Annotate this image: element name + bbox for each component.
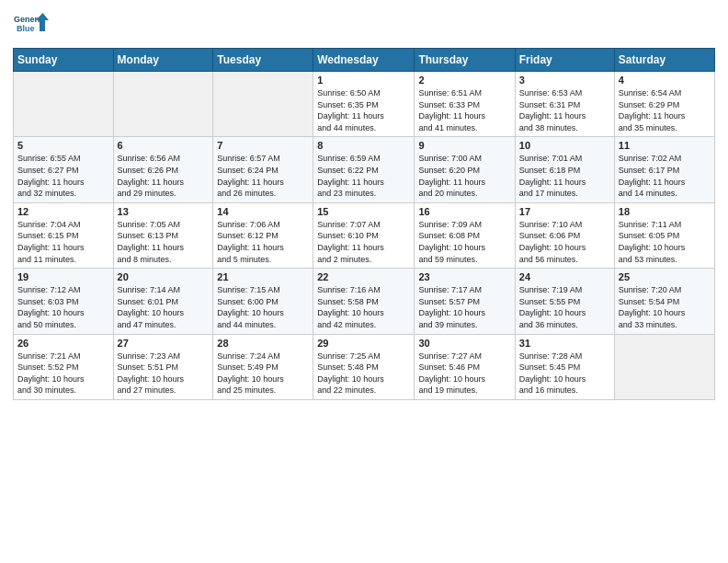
day-info: Sunrise: 7:14 AM Sunset: 6:01 PM Dayligh…: [118, 284, 210, 330]
day-info: Sunrise: 6:59 AM Sunset: 6:22 PM Dayligh…: [317, 153, 410, 199]
header-wednesday: Wednesday: [313, 49, 415, 72]
day-info: Sunrise: 6:50 AM Sunset: 6:35 PM Dayligh…: [317, 87, 410, 133]
day-number: 14: [217, 206, 309, 217]
day-cell: 15Sunrise: 7:07 AM Sunset: 6:10 PM Dayli…: [313, 202, 415, 268]
day-number: 29: [317, 338, 410, 349]
day-cell: 2Sunrise: 6:51 AM Sunset: 6:33 PM Daylig…: [415, 72, 515, 137]
day-cell: 16Sunrise: 7:09 AM Sunset: 6:08 PM Dayli…: [415, 202, 515, 268]
day-cell: [113, 72, 213, 137]
day-info: Sunrise: 6:53 AM Sunset: 6:31 PM Dayligh…: [519, 87, 610, 133]
day-cell: 13Sunrise: 7:05 AM Sunset: 6:13 PM Dayli…: [113, 202, 213, 268]
day-cell: 7Sunrise: 6:57 AM Sunset: 6:24 PM Daylig…: [213, 137, 313, 202]
day-cell: 18Sunrise: 7:11 AM Sunset: 6:05 PM Dayli…: [614, 202, 714, 268]
day-info: Sunrise: 7:00 AM Sunset: 6:20 PM Dayligh…: [418, 153, 510, 199]
day-cell: 31Sunrise: 7:28 AM Sunset: 5:45 PM Dayli…: [515, 334, 614, 399]
day-cell: 4Sunrise: 6:54 AM Sunset: 6:29 PM Daylig…: [614, 72, 714, 137]
day-number: 28: [217, 338, 309, 349]
day-info: Sunrise: 7:10 AM Sunset: 6:06 PM Dayligh…: [519, 219, 610, 265]
header-thursday: Thursday: [415, 49, 515, 72]
day-cell: 26Sunrise: 7:21 AM Sunset: 5:52 PM Dayli…: [14, 334, 114, 399]
header-saturday: Saturday: [614, 49, 714, 72]
header-monday: Monday: [113, 49, 213, 72]
day-number: 9: [418, 140, 510, 151]
header-sunday: Sunday: [14, 49, 114, 72]
day-number: 18: [619, 206, 711, 217]
day-cell: 10Sunrise: 7:01 AM Sunset: 6:18 PM Dayli…: [515, 137, 614, 202]
day-cell: 3Sunrise: 6:53 AM Sunset: 6:31 PM Daylig…: [515, 72, 614, 137]
day-info: Sunrise: 7:11 AM Sunset: 6:05 PM Dayligh…: [619, 219, 711, 265]
logo-svg: General Blue: [13, 9, 50, 42]
day-cell: 27Sunrise: 7:23 AM Sunset: 5:51 PM Dayli…: [113, 334, 213, 399]
svg-text:Blue: Blue: [17, 24, 35, 33]
day-number: 16: [418, 206, 510, 217]
header-row: General Blue: [13, 9, 715, 42]
day-number: 20: [118, 271, 210, 282]
day-info: Sunrise: 7:12 AM Sunset: 6:03 PM Dayligh…: [17, 284, 109, 330]
calendar-table: SundayMondayTuesdayWednesdayThursdayFrid…: [13, 48, 715, 400]
day-cell: [14, 72, 114, 137]
day-cell: 9Sunrise: 7:00 AM Sunset: 6:20 PM Daylig…: [415, 137, 515, 202]
day-number: 27: [118, 338, 210, 349]
day-info: Sunrise: 7:25 AM Sunset: 5:48 PM Dayligh…: [317, 350, 410, 396]
day-number: 12: [17, 206, 109, 217]
day-info: Sunrise: 7:19 AM Sunset: 5:55 PM Dayligh…: [519, 284, 610, 330]
day-cell: 14Sunrise: 7:06 AM Sunset: 6:12 PM Dayli…: [213, 202, 313, 268]
day-number: 22: [317, 271, 410, 282]
day-number: 24: [519, 271, 610, 282]
day-cell: 8Sunrise: 6:59 AM Sunset: 6:22 PM Daylig…: [313, 137, 415, 202]
day-number: 19: [17, 271, 109, 282]
day-number: 1: [317, 75, 410, 86]
day-info: Sunrise: 7:24 AM Sunset: 5:49 PM Dayligh…: [217, 350, 309, 396]
day-info: Sunrise: 7:06 AM Sunset: 6:12 PM Dayligh…: [217, 219, 309, 265]
header-tuesday: Tuesday: [213, 49, 313, 72]
week-row-2: 12Sunrise: 7:04 AM Sunset: 6:15 PM Dayli…: [14, 202, 715, 268]
page-container: General Blue SundayMondayTuesdayWednesda…: [0, 0, 728, 408]
day-cell: 19Sunrise: 7:12 AM Sunset: 6:03 PM Dayli…: [14, 269, 114, 334]
day-number: 11: [619, 140, 711, 151]
day-number: 6: [118, 140, 210, 151]
day-number: 26: [17, 338, 109, 349]
day-cell: 6Sunrise: 6:56 AM Sunset: 6:26 PM Daylig…: [113, 137, 213, 202]
day-info: Sunrise: 7:23 AM Sunset: 5:51 PM Dayligh…: [118, 350, 210, 396]
day-info: Sunrise: 7:04 AM Sunset: 6:15 PM Dayligh…: [17, 219, 109, 265]
day-info: Sunrise: 7:07 AM Sunset: 6:10 PM Dayligh…: [317, 219, 410, 265]
day-number: 8: [317, 140, 410, 151]
header-row-days: SundayMondayTuesdayWednesdayThursdayFrid…: [14, 49, 715, 72]
day-number: 15: [317, 206, 410, 217]
day-info: Sunrise: 7:28 AM Sunset: 5:45 PM Dayligh…: [519, 350, 610, 396]
day-number: 13: [118, 206, 210, 217]
day-number: 4: [619, 75, 711, 86]
day-cell: 11Sunrise: 7:02 AM Sunset: 6:17 PM Dayli…: [614, 137, 714, 202]
day-info: Sunrise: 7:02 AM Sunset: 6:17 PM Dayligh…: [619, 153, 711, 199]
week-row-4: 26Sunrise: 7:21 AM Sunset: 5:52 PM Dayli…: [14, 334, 715, 399]
day-cell: 24Sunrise: 7:19 AM Sunset: 5:55 PM Dayli…: [515, 269, 614, 334]
day-info: Sunrise: 6:55 AM Sunset: 6:27 PM Dayligh…: [17, 153, 109, 199]
day-info: Sunrise: 7:15 AM Sunset: 6:00 PM Dayligh…: [217, 284, 309, 330]
day-cell: [213, 72, 313, 137]
day-info: Sunrise: 6:57 AM Sunset: 6:24 PM Dayligh…: [217, 153, 309, 199]
day-info: Sunrise: 7:17 AM Sunset: 5:57 PM Dayligh…: [418, 284, 510, 330]
day-number: 10: [519, 140, 610, 151]
day-number: 17: [519, 206, 610, 217]
day-info: Sunrise: 7:09 AM Sunset: 6:08 PM Dayligh…: [418, 219, 510, 265]
day-info: Sunrise: 7:21 AM Sunset: 5:52 PM Dayligh…: [17, 350, 109, 396]
day-info: Sunrise: 7:27 AM Sunset: 5:46 PM Dayligh…: [418, 350, 510, 396]
day-info: Sunrise: 6:51 AM Sunset: 6:33 PM Dayligh…: [418, 87, 510, 133]
day-number: 25: [619, 271, 711, 282]
day-info: Sunrise: 6:54 AM Sunset: 6:29 PM Dayligh…: [619, 87, 711, 133]
week-row-1: 5Sunrise: 6:55 AM Sunset: 6:27 PM Daylig…: [14, 137, 715, 202]
day-cell: 28Sunrise: 7:24 AM Sunset: 5:49 PM Dayli…: [213, 334, 313, 399]
logo: General Blue: [13, 9, 50, 42]
day-info: Sunrise: 7:05 AM Sunset: 6:13 PM Dayligh…: [118, 219, 210, 265]
day-number: 30: [418, 338, 510, 349]
day-cell: 30Sunrise: 7:27 AM Sunset: 5:46 PM Dayli…: [415, 334, 515, 399]
day-number: 21: [217, 271, 309, 282]
day-number: 23: [418, 271, 510, 282]
day-number: 5: [17, 140, 109, 151]
day-cell: 5Sunrise: 6:55 AM Sunset: 6:27 PM Daylig…: [14, 137, 114, 202]
day-number: 2: [418, 75, 510, 86]
day-cell: 1Sunrise: 6:50 AM Sunset: 6:35 PM Daylig…: [313, 72, 415, 137]
day-info: Sunrise: 7:16 AM Sunset: 5:58 PM Dayligh…: [317, 284, 410, 330]
day-cell: 12Sunrise: 7:04 AM Sunset: 6:15 PM Dayli…: [14, 202, 114, 268]
day-cell: [614, 334, 714, 399]
